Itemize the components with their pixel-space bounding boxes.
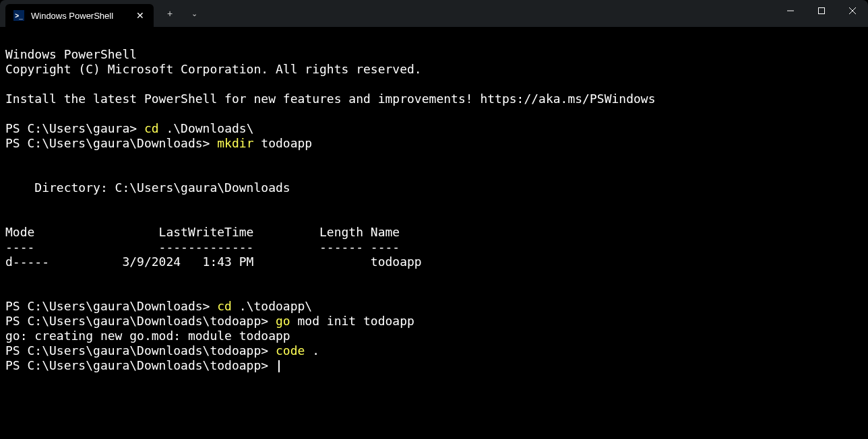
header-line: Windows PowerShell [5, 47, 137, 61]
close-tab-icon[interactable]: ✕ [133, 9, 147, 22]
maximize-button[interactable] [806, 0, 837, 22]
tab-powershell[interactable]: >_ Windows PowerShell ✕ [5, 4, 154, 27]
cmd-arg: mod init todoapp [290, 314, 414, 328]
cmd-arg: . [305, 343, 319, 358]
cmd-keyword: go [276, 314, 290, 328]
prompt: PS C:\Users\gaura\Downloads\todoapp> [5, 343, 276, 358]
titlebar: >_ Windows PowerShell ✕ + ⌄ [0, 0, 868, 27]
cmd-keyword: cd [217, 299, 232, 313]
cmd-keyword: code [276, 343, 305, 358]
prompt: PS C:\Users\gaura\Downloads> [5, 299, 217, 313]
directory-label: Directory: C:\Users\gaura\Downloads [5, 180, 290, 195]
tabs-area: >_ Windows PowerShell ✕ + ⌄ [0, 0, 205, 27]
prompt: PS C:\Users\gaura\Downloads> [5, 136, 217, 150]
cmd-keyword: mkdir [217, 136, 253, 150]
table-sep: ---- ------------- ------ ---- [5, 240, 400, 254]
svg-rect-1 [819, 8, 825, 14]
install-msg: Install the latest PowerShell for new fe… [5, 92, 656, 106]
table-header: Mode LastWriteTime Length Name [5, 225, 400, 239]
powershell-icon: >_ [13, 10, 24, 21]
cursor [278, 360, 280, 372]
cmd-arg: .\todoapp\ [232, 299, 312, 313]
terminal-output[interactable]: Windows PowerShell Copyright (C) Microso… [0, 27, 868, 378]
prompt: PS C:\Users\gaura> [5, 121, 144, 135]
window-controls [775, 0, 868, 27]
table-row: d----- 3/9/2024 1:43 PM todoapp [5, 255, 422, 269]
minimize-button[interactable] [775, 0, 806, 22]
close-window-button[interactable] [837, 0, 868, 22]
cmd-arg: todoapp [253, 136, 312, 150]
tab-title: Windows PowerShell [31, 11, 127, 21]
tab-dropdown-button[interactable]: ⌄ [183, 3, 205, 24]
cmd-arg: .\Downloads\ [159, 121, 254, 135]
copyright-line: Copyright (C) Microsoft Corporation. All… [5, 62, 422, 76]
prompt: PS C:\Users\gaura\Downloads\todoapp> [5, 358, 276, 372]
cmd-keyword: cd [144, 121, 159, 135]
tab-controls: + ⌄ [154, 0, 205, 27]
prompt: PS C:\Users\gaura\Downloads\todoapp> [5, 314, 276, 328]
new-tab-button[interactable]: + [159, 3, 181, 24]
go-output: go: creating new go.mod: module todoapp [5, 329, 290, 343]
